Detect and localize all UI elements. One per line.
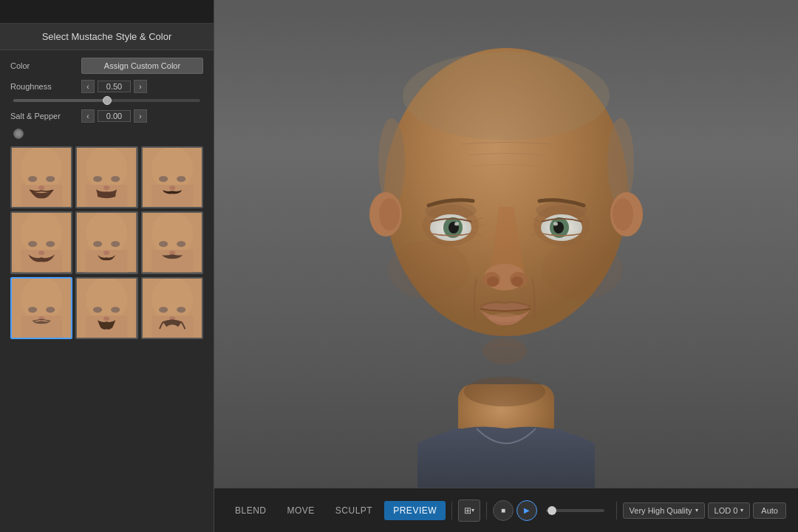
svg-point-28: [112, 241, 120, 247]
mustache-style-2[interactable]: [75, 146, 137, 208]
svg-point-86: [464, 377, 545, 406]
mustache-style-8[interactable]: [75, 277, 137, 339]
svg-point-41: [38, 316, 44, 321]
svg-point-92: [572, 269, 573, 270]
svg-point-49: [151, 279, 193, 321]
playback-controls: ■ ▶: [493, 500, 537, 521]
roughness-label: Roughness: [10, 82, 77, 91]
roughness-row: Roughness ‹ 0.50 ›: [10, 80, 203, 93]
svg-point-21: [28, 241, 37, 247]
face-preview: [314, 0, 698, 488]
lod-chevron-icon: ▾: [740, 507, 743, 514]
svg-point-94: [576, 239, 578, 242]
svg-point-10: [112, 176, 120, 182]
svg-point-22: [46, 241, 55, 247]
roughness-slider-thumb[interactable]: [103, 96, 112, 105]
svg-point-1: [21, 148, 62, 191]
svg-point-82: [388, 240, 469, 299]
grid-icon: ⊞: [464, 505, 471, 516]
svg-point-23: [38, 251, 44, 256]
svg-point-64: [613, 198, 633, 231]
svg-point-39: [28, 307, 37, 313]
dropdown-arrow-icon: ▾: [471, 507, 474, 514]
svg-point-88: [461, 262, 463, 263]
mustache-style-3[interactable]: [141, 146, 203, 208]
svg-point-15: [159, 176, 168, 182]
quality-chevron-icon: ▾: [695, 507, 698, 514]
salt-pepper-swatch: [13, 129, 24, 139]
blend-button[interactable]: BLEND: [226, 501, 276, 520]
svg-point-45: [93, 307, 102, 313]
salt-pepper-increment[interactable]: ›: [134, 109, 147, 123]
bottom-toolbar: BLEND MOVE SCULPT PREVIEW ⊞ ▾ ■ ▶ Very H…: [214, 488, 798, 532]
roughness-value: 0.50: [98, 81, 131, 92]
salt-pepper-row: Salt & Pepper ‹ 0.00 ›: [10, 109, 203, 123]
svg-point-51: [159, 307, 168, 313]
svg-point-89: [428, 265, 429, 267]
roughness-slider-row: [10, 99, 203, 102]
quality-label: Very High Quality: [630, 506, 692, 515]
svg-point-91: [587, 262, 588, 263]
svg-point-47: [103, 316, 109, 321]
stop-button[interactable]: ■: [493, 500, 514, 521]
quality-dropdown[interactable]: Very High Quality ▾: [623, 502, 705, 519]
svg-point-81: [511, 276, 523, 287]
viewport-options-button[interactable]: ⊞ ▾: [458, 499, 480, 522]
timeline-slider[interactable]: [546, 509, 604, 512]
svg-point-37: [21, 279, 62, 321]
color-row: Color Assign Custom Color: [10, 58, 203, 74]
mustache-style-7[interactable]: [10, 277, 72, 339]
svg-point-80: [487, 276, 499, 287]
svg-point-11: [103, 185, 109, 190]
svg-point-95: [446, 291, 448, 293]
left-panel: Select Mustache Style & Color Color Assi…: [0, 0, 214, 532]
svg-point-90: [565, 250, 566, 252]
svg-point-29: [103, 251, 109, 256]
mustache-style-1[interactable]: [10, 146, 72, 208]
svg-point-4: [46, 176, 55, 182]
roughness-increment[interactable]: ›: [134, 80, 147, 93]
roughness-decrement[interactable]: ‹: [81, 80, 95, 93]
timeline-thumb[interactable]: [548, 506, 556, 515]
sculpt-button[interactable]: SCULPT: [327, 501, 381, 520]
assign-custom-color-button[interactable]: Assign Custom Color: [81, 58, 203, 74]
svg-point-76: [553, 222, 558, 226]
svg-point-25: [86, 213, 127, 256]
separator-2: [486, 502, 487, 519]
panel-header: Select Mustache Style & Color: [0, 24, 214, 50]
preview-button[interactable]: PREVIEW: [384, 501, 446, 520]
svg-point-43: [86, 279, 127, 321]
svg-point-72: [454, 222, 459, 226]
svg-point-5: [38, 185, 44, 190]
svg-point-31: [151, 213, 193, 256]
panel-content: Color Assign Custom Color Roughness ‹ 0.…: [0, 50, 214, 532]
svg-point-19: [21, 213, 62, 256]
svg-point-3: [28, 176, 37, 182]
move-button[interactable]: MOVE: [279, 501, 324, 520]
svg-point-40: [46, 307, 55, 313]
mustache-style-grid: [10, 146, 203, 339]
auto-button[interactable]: Auto: [753, 502, 786, 519]
svg-point-52: [177, 307, 185, 313]
svg-point-87: [439, 250, 440, 252]
svg-point-7: [86, 148, 127, 191]
main-viewport: [214, 0, 798, 488]
roughness-slider-track[interactable]: [13, 99, 200, 102]
mustache-style-4[interactable]: [10, 211, 72, 273]
svg-point-84: [488, 313, 521, 322]
salt-pepper-label: Salt & Pepper: [10, 112, 77, 120]
roughness-slider-fill: [13, 99, 107, 102]
lod-dropdown[interactable]: LOD 0 ▾: [708, 502, 751, 519]
svg-point-93: [435, 236, 437, 238]
color-label: Color: [10, 61, 77, 70]
stop-icon: ■: [501, 506, 505, 514]
mustache-style-6[interactable]: [141, 211, 203, 273]
svg-point-46: [112, 307, 120, 313]
salt-pepper-decrement[interactable]: ‹: [81, 109, 95, 123]
svg-point-33: [159, 242, 168, 248]
salt-pepper-control: ‹ 0.00 ›: [81, 109, 203, 123]
svg-point-16: [177, 176, 185, 182]
mustache-style-9[interactable]: [141, 277, 203, 339]
mustache-style-5[interactable]: [75, 211, 137, 273]
play-button[interactable]: ▶: [516, 500, 537, 521]
